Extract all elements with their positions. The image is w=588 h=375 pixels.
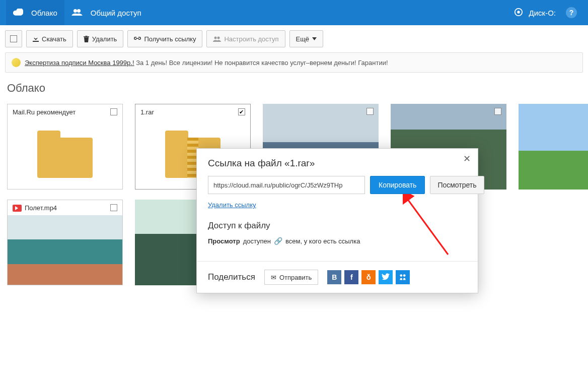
share-row: Поделиться ✉ Отправить B f ǒ: [197, 261, 478, 293]
people-small-icon: [213, 36, 221, 42]
download-icon: [33, 36, 39, 42]
ad-text: Экспертиза подписи Москва 1999р.! За 1 д…: [25, 59, 388, 67]
share-link-dialog: ✕ Ссылка на файл «1.rar» Копировать Посм…: [196, 148, 478, 293]
twitter-icon: [382, 273, 390, 282]
tile-checkbox[interactable]: [110, 204, 117, 211]
tile-folder-recommends[interactable]: Mail.Ru рекомендует: [7, 104, 123, 190]
mail-icon: ✉: [271, 274, 276, 281]
social-icons: B f ǒ: [327, 270, 410, 284]
vk-icon: B: [332, 273, 337, 281]
tile-label: 1.rar: [140, 108, 154, 116]
access-heading: Доступ к файлу: [208, 221, 467, 231]
tile-label: Полет.mp4: [13, 204, 57, 212]
ad-banner[interactable]: Экспертиза подписи Москва 1999р.! За 1 д…: [5, 52, 583, 73]
get-link-button[interactable]: Получить ссылку: [127, 30, 202, 47]
access-who: всем, у кого есть ссылка: [285, 237, 360, 245]
access-label: Просмотр: [208, 237, 240, 245]
close-icon: ✕: [463, 153, 471, 164]
link-small-icon: 🔗: [274, 237, 282, 245]
tab-shared-label: Общий доступ: [91, 9, 141, 17]
folder-icon: [37, 138, 93, 178]
ad-link[interactable]: Экспертиза подписи Москва 1999р.!: [25, 59, 134, 67]
share-ok-button[interactable]: ǒ: [361, 270, 376, 284]
share-url-input[interactable]: [208, 176, 365, 194]
ad-icon: [12, 58, 21, 67]
action-toolbar: Скачать Удалить Получить ссылку Настроит…: [5, 25, 583, 52]
tile-photo[interactable]: [519, 104, 588, 190]
delete-label: Удалить: [92, 35, 117, 43]
disk-o-label: Диск-О:: [529, 9, 556, 17]
tile-video-polet[interactable]: Полет.mp4: [7, 200, 123, 285]
copy-button[interactable]: Копировать: [370, 176, 425, 194]
send-email-button[interactable]: ✉ Отправить: [264, 270, 318, 285]
tile-thumb: [519, 104, 588, 190]
ok-icon: ǒ: [366, 273, 371, 281]
chevron-down-icon: [312, 37, 317, 40]
tab-cloud[interactable]: Облако: [6, 0, 64, 25]
mailru-icon: [399, 273, 407, 282]
tile-thumb: [8, 119, 122, 189]
share-fb-button[interactable]: f: [344, 270, 358, 284]
cloud-icon: [13, 9, 27, 17]
share-mailru-button[interactable]: [396, 270, 410, 284]
tab-shared[interactable]: Общий доступ: [64, 0, 149, 25]
more-button[interactable]: Ещё: [289, 30, 324, 47]
svg-point-7: [403, 274, 406, 277]
access-line: Просмотр доступен 🔗 всем, у кого есть сс…: [208, 237, 467, 245]
download-label: Скачать: [42, 35, 66, 43]
svg-point-4: [214, 36, 217, 39]
checkbox-icon: [10, 35, 17, 42]
tile-checkbox[interactable]: [366, 108, 374, 115]
help-button[interactable]: ?: [561, 7, 582, 18]
delete-link-action[interactable]: Удалить ссылку: [208, 201, 256, 209]
svg-point-1: [77, 9, 81, 12]
close-button[interactable]: ✕: [461, 153, 473, 165]
people-icon: [71, 9, 87, 17]
download-button[interactable]: Скачать: [26, 30, 73, 47]
get-link-label: Получить ссылку: [144, 35, 196, 43]
tile-checkbox[interactable]: [110, 108, 117, 115]
facebook-icon: f: [350, 273, 353, 281]
help-icon: ?: [566, 7, 577, 18]
tile-label-text: Полет.mp4: [25, 204, 57, 212]
tile-checkbox[interactable]: [238, 108, 245, 115]
access-status: доступен: [243, 237, 271, 245]
svg-point-0: [74, 9, 77, 12]
view-button[interactable]: Посмотреть: [430, 176, 484, 194]
configure-access-button[interactable]: Настроить доступ: [206, 30, 285, 47]
share-tw-button[interactable]: [379, 270, 393, 284]
svg-point-5: [217, 36, 220, 39]
top-nav: Облако Общий доступ Диск-О: ?: [0, 0, 588, 25]
tile-checkbox[interactable]: [494, 108, 501, 115]
configure-access-label: Настроить доступ: [224, 35, 278, 43]
delete-button[interactable]: Удалить: [77, 30, 124, 47]
dialog-title-suffix: »: [310, 158, 315, 168]
ad-rest: За 1 день! Все лицензии! Не понравится к…: [134, 59, 388, 67]
link-icon: [134, 36, 141, 42]
dialog-title-prefix: Ссылка на файл «: [208, 158, 290, 168]
svg-point-6: [400, 274, 403, 277]
send-label: Отправить: [279, 274, 312, 281]
tile-label: Mail.Ru рекомендует: [13, 108, 76, 116]
disk-o-icon: [514, 8, 526, 18]
select-all-checkbox[interactable]: [5, 30, 22, 47]
disk-o-link[interactable]: Диск-О:: [509, 8, 561, 18]
tab-cloud-label: Облако: [31, 9, 57, 17]
video-icon: [13, 205, 22, 212]
dialog-title-file: 1.rar: [290, 158, 310, 168]
svg-point-3: [517, 11, 520, 13]
dialog-title: Ссылка на файл «1.rar»: [208, 158, 467, 169]
tile-thumb: [8, 215, 122, 285]
page-title: Облако: [5, 73, 583, 104]
more-label: Ещё: [296, 35, 310, 43]
share-vk-button[interactable]: B: [327, 270, 341, 284]
trash-icon: [84, 36, 89, 42]
share-heading: Поделиться: [208, 272, 255, 282]
